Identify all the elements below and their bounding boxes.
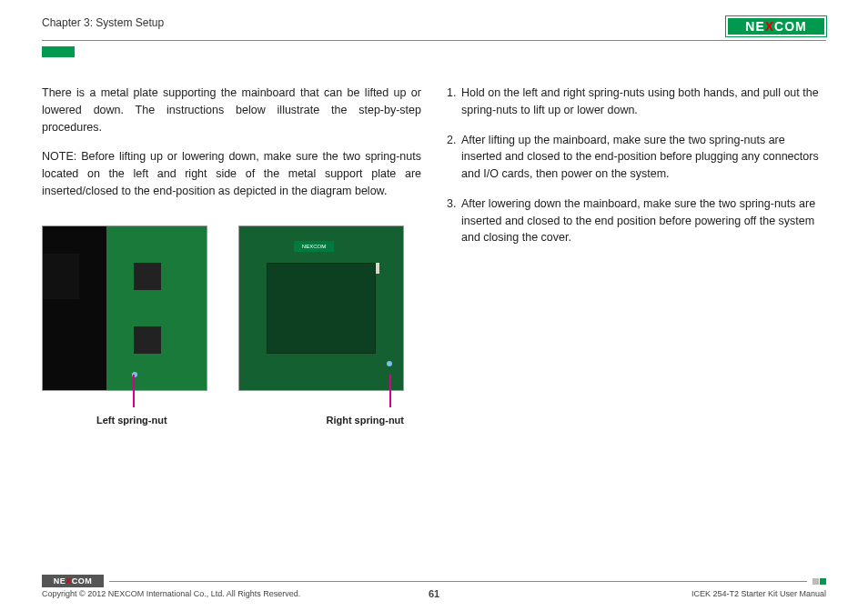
step-text: After lifting up the mainboard, make sur… (461, 132, 826, 183)
logo-text-post: COM (774, 19, 807, 34)
pointer-line-left (133, 375, 135, 407)
note-paragraph: NOTE: Before lifting up or lowering down… (42, 148, 421, 199)
logo-text-x: X (765, 19, 774, 34)
chapter-title: Chapter 3: System Setup (42, 16, 164, 29)
nexcom-logo-bottom: NEXCOM (42, 575, 104, 587)
footer-squares-icon (812, 578, 826, 585)
main-content: There is a metal plate supporting the ma… (42, 85, 826, 427)
images-row: Left spring-nut NEXCOM Right spring-nut (42, 225, 421, 428)
step-item: 2. After lifting up the mainboard, make … (447, 132, 826, 183)
nexcom-logo-top: NEXCOM (726, 16, 826, 36)
page-number: 61 (429, 588, 439, 599)
right-spring-nut-label: Right spring-nut (238, 413, 404, 428)
right-image-block: NEXCOM Right spring-nut (238, 225, 404, 428)
left-column: There is a metal plate supporting the ma… (42, 85, 421, 427)
left-spring-nut-photo (42, 225, 207, 391)
green-tab-decoration (42, 46, 75, 57)
left-image-block: Left spring-nut (42, 225, 207, 428)
step-number: 3. (447, 195, 461, 246)
step-number: 2. (447, 132, 461, 183)
page-footer: NEXCOM Copyright © 2012 NEXCOM Internati… (42, 575, 826, 598)
right-spring-nut-photo: NEXCOM (238, 225, 404, 391)
intro-paragraph: There is a metal plate supporting the ma… (42, 85, 421, 135)
doc-title: ICEK 254-T2 Starter Kit User Manual (691, 589, 826, 598)
footer-text-row: Copyright © 2012 NEXCOM International Co… (42, 589, 826, 598)
right-column: 1. Hold on the left and right spring-nut… (447, 85, 826, 427)
steps-list: 1. Hold on the left and right spring-nut… (447, 85, 826, 246)
page-header: Chapter 3: System Setup NEXCOM (42, 16, 826, 41)
copyright-text: Copyright © 2012 NEXCOM International Co… (42, 589, 300, 598)
step-item: 3. After lowering down the mainboard, ma… (447, 195, 826, 246)
step-item: 1. Hold on the left and right spring-nut… (447, 85, 826, 119)
pointer-line-right (389, 375, 391, 407)
footer-rule: NEXCOM (42, 575, 826, 587)
step-text: Hold on the left and right spring-nuts u… (461, 85, 826, 119)
step-number: 1. (447, 85, 461, 119)
left-spring-nut-label: Left spring-nut (42, 413, 207, 428)
step-text: After lowering down the mainboard, make … (461, 195, 826, 246)
logo-text-pre: NE (745, 19, 764, 34)
